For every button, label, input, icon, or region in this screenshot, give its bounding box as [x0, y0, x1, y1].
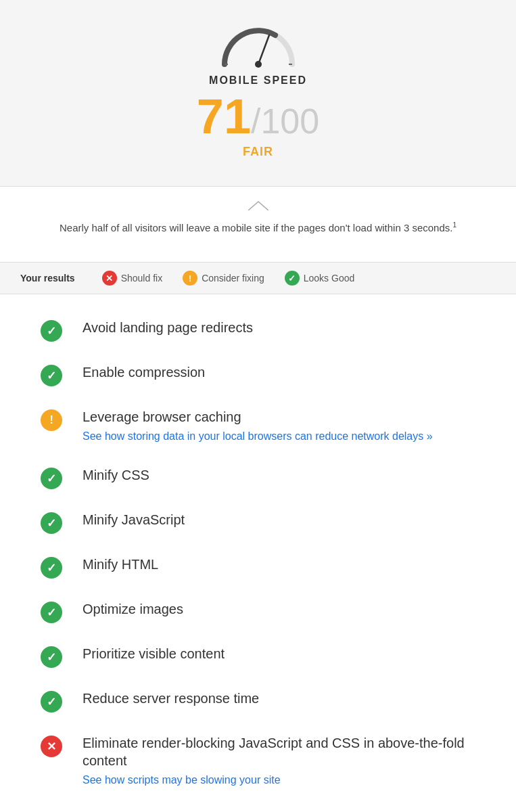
result-title: Minify JavaScript — [83, 511, 475, 528]
score-display: 71/100 — [197, 92, 319, 141]
consider-fix-label: Consider fixing — [202, 273, 264, 284]
result-content: Minify CSS — [83, 466, 475, 487]
result-status-icon: ✓ — [41, 602, 62, 623]
result-content: Enable compression — [83, 363, 475, 384]
result-link-9[interactable]: See how scripts may be slowing your site — [83, 774, 281, 786]
svg-line-0 — [258, 35, 269, 64]
result-title: Enable compression — [83, 363, 475, 381]
result-status-icon: ✓ — [41, 557, 62, 579]
score-rating: FAIR — [243, 145, 273, 159]
result-title: Eliminate render-blocking JavaScript and… — [83, 734, 475, 769]
result-item: ! Leverage browser caching See how stori… — [41, 397, 475, 455]
result-content: Avoid landing page redirects — [83, 319, 475, 339]
result-item: ✓ Minify JavaScript — [41, 500, 475, 545]
result-title: Avoid landing page redirects — [83, 319, 475, 336]
result-link-2[interactable]: See how storing data in your local brows… — [83, 430, 433, 442]
results-list: ✓ Avoid landing page redirects ✓ Enable … — [0, 294, 516, 812]
result-status-icon: ✓ — [41, 365, 62, 386]
result-content: Minify JavaScript — [83, 511, 475, 531]
looks-good-label: Looks Good — [304, 273, 355, 284]
should-fix-icon: ✕ — [102, 271, 117, 286]
result-content: Eliminate render-blocking JavaScript and… — [83, 734, 475, 788]
result-title: Minify CSS — [83, 466, 475, 484]
top-section: MOBILE SPEED 71/100 FAIR — [0, 0, 516, 186]
result-item: ✓ Minify HTML — [41, 545, 475, 589]
result-status-icon: ✕ — [41, 736, 62, 757]
speedometer-icon — [218, 20, 299, 69]
result-title: Prioritize visible content — [83, 645, 475, 662]
result-status-icon: ✓ — [41, 320, 62, 342]
result-status-icon: ✓ — [41, 512, 62, 534]
result-status-icon: ✓ — [41, 646, 62, 668]
result-item: ✓ Prioritize visible content — [41, 634, 475, 679]
result-content: Minify HTML — [83, 556, 475, 576]
result-item: ✓ Reduce server response time — [41, 679, 475, 723]
legend-consider-fixing: ! Consider fixing — [183, 271, 264, 286]
result-content: Leverage browser caching See how storing… — [83, 408, 475, 445]
should-fix-label: Should fix — [121, 273, 162, 284]
result-title: Leverage browser caching — [83, 408, 475, 426]
quote-section: Nearly half of all visitors will leave a… — [0, 186, 516, 262]
result-title: Optimize images — [83, 600, 475, 618]
score-total: /100 — [251, 102, 319, 141]
svg-point-1 — [255, 61, 262, 68]
result-item: ✕ Eliminate render-blocking JavaScript a… — [41, 723, 475, 799]
consider-fix-icon: ! — [183, 271, 197, 286]
results-label: Your results — [20, 273, 75, 284]
result-content: Reduce server response time — [83, 690, 475, 710]
looks-good-icon: ✓ — [285, 271, 300, 286]
result-status-icon: ! — [41, 409, 62, 431]
divider-arrow — [41, 200, 475, 213]
result-item: ✓ Optimize images — [41, 589, 475, 634]
result-status-icon: ✓ — [41, 468, 62, 489]
result-item: ✓ Minify CSS — [41, 455, 475, 500]
result-title: Minify HTML — [83, 556, 475, 573]
score-number: 71 — [197, 89, 251, 143]
result-content: Prioritize visible content — [83, 645, 475, 665]
result-item: ✓ Enable compression — [41, 353, 475, 397]
speed-title: MOBILE SPEED — [209, 74, 307, 87]
result-status-icon: ✓ — [41, 691, 62, 713]
result-title: Reduce server response time — [83, 690, 475, 707]
legend-looks-good: ✓ Looks Good — [285, 271, 355, 286]
result-item: ✓ Avoid landing page redirects — [41, 308, 475, 353]
result-content: Optimize images — [83, 600, 475, 621]
quote-text: Nearly half of all visitors will leave a… — [41, 220, 475, 236]
results-bar: Your results ✕ Should fix ! Consider fix… — [0, 262, 516, 294]
legend-should-fix: ✕ Should fix — [102, 271, 162, 286]
